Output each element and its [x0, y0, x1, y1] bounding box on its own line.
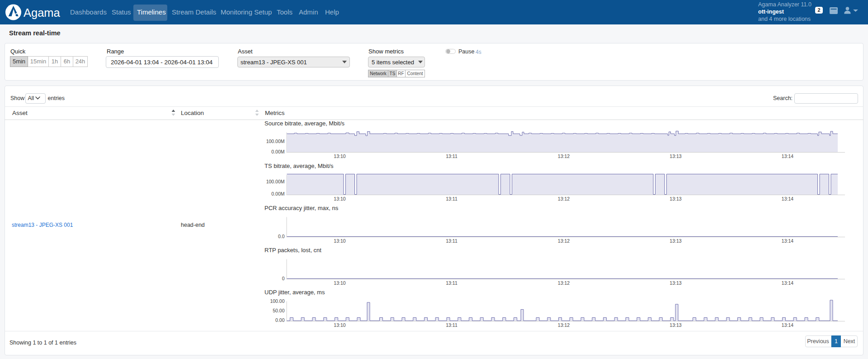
svg-text:13:11: 13:11 [446, 196, 458, 201]
svg-text:13:13: 13:13 [670, 238, 681, 244]
svg-text:13:14: 13:14 [782, 196, 793, 201]
svg-text:13:12: 13:12 [558, 196, 570, 201]
svg-text:100.00M: 100.00M [266, 139, 285, 144]
svg-text:0.00M: 0.00M [271, 149, 284, 154]
svg-text:Source bitrate, average, Mbit/: Source bitrate, average, Mbit/s [264, 120, 345, 127]
svg-text:13:11: 13:11 [446, 322, 458, 328]
svg-text:13:12: 13:12 [558, 153, 570, 159]
svg-text:13:10: 13:10 [334, 238, 345, 244]
svg-text:RTP packets, lost, cnt: RTP packets, lost, cnt [264, 247, 321, 254]
svg-text:13:14: 13:14 [782, 153, 793, 159]
svg-text:13:13: 13:13 [670, 280, 681, 286]
svg-text:13:10: 13:10 [334, 153, 345, 159]
svg-text:13:11: 13:11 [446, 238, 458, 244]
svg-text:13:11: 13:11 [446, 153, 458, 159]
svg-text:UDP jitter, average, ms: UDP jitter, average, ms [264, 289, 325, 296]
svg-text:13:12: 13:12 [558, 322, 570, 328]
svg-text:50.00: 50.00 [273, 308, 284, 313]
svg-text:13:12: 13:12 [558, 280, 570, 286]
svg-text:13:10: 13:10 [334, 322, 345, 328]
svg-text:0.00: 0.00 [275, 317, 285, 323]
svg-text:13:13: 13:13 [670, 322, 681, 328]
svg-text:13:10: 13:10 [334, 196, 345, 201]
svg-text:100.00: 100.00 [270, 298, 284, 304]
svg-text:13:14: 13:14 [782, 322, 793, 328]
svg-text:100.00M: 100.00M [266, 179, 285, 184]
svg-text:13:12: 13:12 [558, 238, 570, 244]
svg-text:13:13: 13:13 [670, 196, 681, 201]
svg-text:13:14: 13:14 [782, 238, 793, 244]
svg-text:TS bitrate, average, Mbit/s: TS bitrate, average, Mbit/s [264, 163, 334, 169]
svg-text:13:10: 13:10 [334, 280, 345, 286]
svg-text:13:14: 13:14 [782, 280, 793, 286]
svg-text:13:13: 13:13 [670, 153, 681, 159]
svg-text:0.00M: 0.00M [271, 191, 284, 196]
svg-text:0.0: 0.0 [278, 234, 285, 239]
svg-text:0: 0 [282, 276, 285, 281]
svg-text:13:11: 13:11 [446, 280, 458, 286]
svg-text:PCR accuracy jitter, max, ns: PCR accuracy jitter, max, ns [264, 205, 339, 211]
